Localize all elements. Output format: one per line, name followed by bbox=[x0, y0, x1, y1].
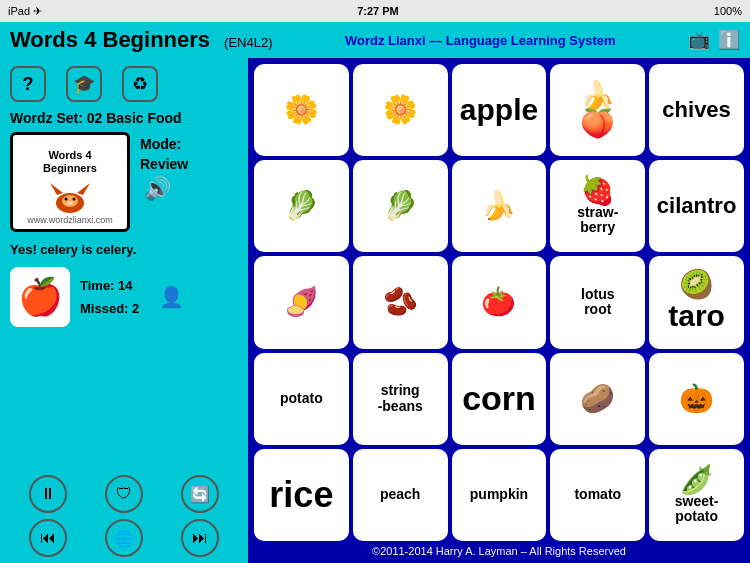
greens1-image: 🥬 bbox=[284, 192, 319, 220]
status-bar: iPad ✈ 7:27 PM 100% bbox=[0, 0, 750, 22]
card-pumpkin[interactable]: 🎃 bbox=[649, 353, 744, 445]
card-sweet-potato-text[interactable]: 🫛 sweet-potato bbox=[649, 449, 744, 541]
strawberry-image: 🍓 bbox=[580, 177, 615, 205]
card-flower1[interactable]: 🌼 bbox=[254, 64, 349, 156]
card-banana1[interactable]: 🍌 🍑 bbox=[550, 64, 645, 156]
grid-footer: ©2011-2014 Harry A. Layman – All Rights … bbox=[254, 541, 744, 557]
speaker-button[interactable]: 🔊 bbox=[144, 176, 188, 202]
wordz-set: Wordz Set: 02 Basic Food bbox=[10, 110, 238, 126]
card-pumpkin-text[interactable]: pumpkin bbox=[452, 449, 547, 541]
taro-label: taro bbox=[668, 299, 725, 333]
sweet-potato-label: sweet-potato bbox=[675, 494, 719, 525]
header-icons: 📺 ℹ️ bbox=[688, 29, 740, 51]
app-subtitle: (EN4L2) bbox=[224, 35, 272, 50]
card-apple-text[interactable]: apple bbox=[452, 64, 547, 156]
card-potato-text[interactable]: potato bbox=[254, 353, 349, 445]
string-beans-label: string-beans bbox=[378, 383, 423, 414]
card-mushroom[interactable]: 🥔 bbox=[550, 353, 645, 445]
user-icon[interactable]: 👤 bbox=[159, 285, 184, 309]
flower-image: 🌼 bbox=[284, 96, 319, 124]
status-ipad: iPad ✈ bbox=[8, 5, 42, 18]
question-icon: ? bbox=[23, 74, 34, 95]
shield-button[interactable]: 🛡 bbox=[105, 475, 143, 513]
pumpkin-image: 🎃 bbox=[679, 385, 714, 413]
card-sweet-potato[interactable]: 🍠 bbox=[254, 256, 349, 348]
greens2-image: 🥬 bbox=[383, 192, 418, 220]
mushroom-image: 🥔 bbox=[580, 385, 615, 413]
card-rice[interactable]: rice bbox=[254, 449, 349, 541]
tv-icon[interactable]: 📺 bbox=[688, 29, 710, 51]
card-peach-text[interactable]: peach bbox=[353, 449, 448, 541]
wordz-set-label: Wordz Set: bbox=[10, 110, 83, 126]
status-message: Yes! celery is celery. bbox=[10, 242, 238, 257]
header-center-text: Wordz Lianxi — Language Learning System bbox=[345, 33, 616, 48]
mode-row: Words 4Beginners www.wordzlianxi.com Mod… bbox=[10, 132, 238, 232]
banana1-image: 🍌 bbox=[580, 82, 615, 110]
card-strawberry[interactable]: 🍓 straw-berry bbox=[550, 160, 645, 252]
peach-label: peach bbox=[380, 487, 420, 502]
apple-image[interactable]: 🍎 bbox=[10, 267, 70, 327]
peach1-image: 🍑 bbox=[580, 110, 615, 138]
ctrl-row-1: ⏸ 🛡 🔄 bbox=[10, 475, 238, 513]
left-panel: ? 🎓 ♻ Wordz Set: 02 Basic Food Words 4Be… bbox=[0, 58, 248, 563]
globe-button[interactable]: 🌐 bbox=[105, 519, 143, 557]
status-time: 7:27 PM bbox=[357, 5, 399, 17]
sweet-potato-image: 🍠 bbox=[284, 288, 319, 316]
card-taro[interactable]: 🥝 taro bbox=[649, 256, 744, 348]
question-button[interactable]: ? bbox=[10, 66, 46, 102]
recycle-icon: ♻ bbox=[132, 73, 148, 95]
mode-label: Mode: bbox=[140, 136, 188, 152]
missed-value: 2 bbox=[132, 301, 139, 316]
lotus-root-label: lotusroot bbox=[581, 287, 614, 318]
status-right: 100% bbox=[714, 5, 742, 17]
fox-icon bbox=[45, 175, 95, 215]
card-tomato[interactable]: 🍅 bbox=[452, 256, 547, 348]
card-cilantro[interactable]: cilantro bbox=[649, 160, 744, 252]
chives-label: chives bbox=[662, 98, 731, 122]
card-tomato-text[interactable]: tomato bbox=[550, 449, 645, 541]
bottom-controls: ⏸ 🛡 🔄 ⏮ 🌐 ⏭ bbox=[10, 475, 238, 557]
flower2-image: 🌼 bbox=[383, 96, 418, 124]
status-battery: 100% bbox=[714, 5, 742, 17]
card-corn[interactable]: corn bbox=[452, 353, 547, 445]
potato-label: potato bbox=[280, 391, 323, 406]
ctrl-row-2: ⏮ 🌐 ⏭ bbox=[10, 519, 238, 557]
word-grid: 🌼 🌼 apple 🍌 🍑 chives 🥬 🥬 bbox=[254, 64, 744, 541]
card-string-beans[interactable]: string-beans bbox=[353, 353, 448, 445]
top-icon-row: ? 🎓 ♻ bbox=[10, 64, 238, 104]
stats: Time: 14 Missed: 2 bbox=[80, 274, 139, 321]
book-cover-title: Words 4Beginners bbox=[43, 149, 97, 175]
graduation-button[interactable]: 🎓 bbox=[66, 66, 102, 102]
cilantro-label: cilantro bbox=[657, 194, 736, 218]
main-layout: ? 🎓 ♻ Wordz Set: 02 Basic Food Words 4Be… bbox=[0, 58, 750, 563]
card-flower2[interactable]: 🌼 bbox=[353, 64, 448, 156]
time-label: Time: bbox=[80, 278, 114, 293]
tomato-image: 🍅 bbox=[481, 288, 516, 316]
card-banana2[interactable]: 🍌 bbox=[452, 160, 547, 252]
missed-label: Missed: bbox=[80, 301, 128, 316]
pumpkin-text-label: pumpkin bbox=[470, 487, 528, 502]
apple-label: apple bbox=[460, 93, 538, 127]
card-lotus-root[interactable]: lotusroot bbox=[550, 256, 645, 348]
card-greens2[interactable]: 🥬 bbox=[353, 160, 448, 252]
pause-button[interactable]: ⏸ bbox=[29, 475, 67, 513]
banana2-image: 🍌 bbox=[481, 192, 516, 220]
card-beans[interactable]: 🫘 bbox=[353, 256, 448, 348]
mode-value: Review bbox=[140, 156, 188, 172]
card-greens1[interactable]: 🥬 bbox=[254, 160, 349, 252]
card-chives[interactable]: chives bbox=[649, 64, 744, 156]
graduation-icon: 🎓 bbox=[73, 73, 95, 95]
book-cover[interactable]: Words 4Beginners www.wordzlianxi.com bbox=[10, 132, 130, 232]
prev-button[interactable]: ⏮ bbox=[29, 519, 67, 557]
recycle-button[interactable]: ♻ bbox=[122, 66, 158, 102]
info-icon[interactable]: ℹ️ bbox=[718, 29, 740, 51]
status-left: iPad ✈ bbox=[8, 5, 42, 18]
header: Words 4 Beginners (EN4L2) Wordz Lianxi —… bbox=[0, 22, 750, 58]
next-button[interactable]: ⏭ bbox=[181, 519, 219, 557]
refresh-button[interactable]: 🔄 bbox=[181, 475, 219, 513]
apple-row: 🍎 Time: 14 Missed: 2 👤 bbox=[10, 267, 238, 327]
rice-label: rice bbox=[269, 474, 333, 516]
strawberry-label: straw-berry bbox=[577, 205, 618, 236]
beans-image: 🫘 bbox=[383, 288, 418, 316]
wordz-set-value: 02 Basic Food bbox=[87, 110, 182, 126]
